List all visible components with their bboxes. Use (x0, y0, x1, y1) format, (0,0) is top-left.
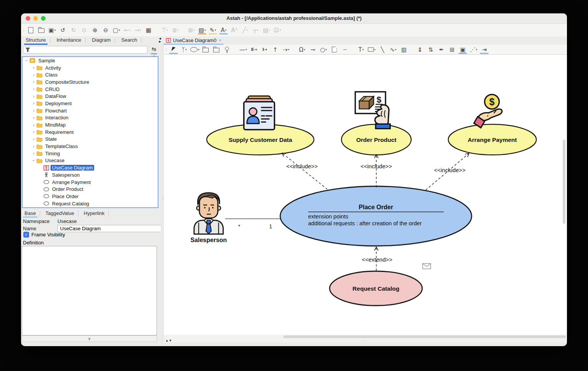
redo-button[interactable]: ↻ (68, 26, 79, 34)
dropdown-caret-icon[interactable]: ▾ (304, 48, 305, 51)
snap-tool[interactable]: ⇥ (479, 46, 490, 54)
tree-item[interactable]: › P Arrange Payment (23, 179, 158, 186)
dropdown-caret-icon[interactable]: ▾ (193, 29, 195, 32)
tree-item[interactable]: › P TemplateClass (23, 143, 158, 150)
emoticon-button[interactable]: ☺ ▾ (272, 26, 283, 34)
frame-visibility-checkbox[interactable]: ✓ (23, 232, 29, 238)
tree-expander-icon[interactable]: › (31, 137, 36, 142)
extend-relation-request-catalog[interactable]: <<extend>> (362, 247, 392, 271)
line-color-button[interactable]: ✎ ▾ (207, 26, 218, 34)
frame-tool[interactable]: ▣ (457, 46, 468, 54)
image-tool[interactable]: ▥ (399, 46, 409, 54)
dropdown-caret-icon[interactable]: ▾ (198, 48, 199, 51)
tree-item[interactable]: › P CRUD (23, 86, 158, 93)
payment-hand-icon[interactable]: $ (474, 94, 502, 128)
tree-expander-icon[interactable]: › (31, 115, 36, 120)
fit-height-tool[interactable]: ↨ (415, 46, 425, 54)
tree-expander-icon[interactable]: › (31, 101, 36, 106)
dropdown-caret-icon[interactable]: ▾ (185, 48, 187, 51)
zoom-out-button[interactable]: ⊖ (100, 26, 111, 34)
depth-arrange-button[interactable]: ⊞ ▾ (186, 26, 197, 34)
generalization-tool[interactable]: ↑ (270, 46, 281, 54)
line-style-button[interactable]: ╱ ▾ (240, 26, 250, 34)
tree-item[interactable]: › P Activity (23, 64, 158, 72)
fill-color-button[interactable]: ▨ ▾ (197, 26, 207, 34)
dropdown-caret-icon[interactable]: ▾ (204, 29, 206, 32)
tree-expander-icon[interactable]: › (31, 94, 36, 99)
dropdown-caret-icon[interactable]: ▾ (54, 29, 56, 32)
tree-item[interactable]: › P Salesperson (23, 171, 158, 179)
tree-item[interactable]: › P Timing (23, 150, 158, 157)
usecase-tool[interactable]: ▾ (189, 46, 200, 54)
association-salesperson-place-order[interactable]: * 1 (225, 219, 280, 229)
tree-item[interactable]: › P Interaction (23, 114, 158, 122)
tree-expander-icon[interactable]: › (31, 129, 36, 135)
tree-item[interactable]: › P Sample (23, 57, 158, 64)
dropdown-caret-icon[interactable]: ▾ (167, 29, 168, 32)
left-panel-tab[interactable]: Search (118, 36, 140, 44)
property-tab[interactable]: Hyperlink (81, 210, 107, 217)
dropdown-caret-icon[interactable]: ▾ (288, 48, 289, 51)
hierarchy-button[interactable]: ┬ ▾ (250, 26, 261, 34)
dropdown-caret-icon[interactable]: ▾ (225, 29, 227, 32)
sort-toggle-button[interactable]: ⇆ (150, 46, 158, 54)
constraint-tool[interactable]: ┄ (340, 46, 350, 54)
left-panel-tab[interactable]: Diagram (89, 36, 114, 44)
tree-expander-icon[interactable]: › (31, 72, 36, 78)
omega-shape-tool[interactable]: Ω ▾ (297, 46, 307, 54)
dropdown-caret-icon[interactable]: ▾ (257, 29, 258, 32)
layout-button[interactable]: ▤ ▾ (261, 26, 272, 34)
tree-expander-icon[interactable]: › (31, 79, 36, 85)
filter-input[interactable] (23, 46, 147, 54)
connector-shape-tool[interactable]: ⋰ ▾ (468, 46, 479, 54)
text-tool[interactable]: T ▾ (356, 46, 366, 54)
id-card-icon[interactable] (244, 96, 274, 130)
tree-item[interactable]: › P Order Product (23, 186, 158, 193)
left-panel-tab[interactable]: Inheritance (54, 36, 84, 44)
dropdown-caret-icon[interactable]: ▾ (177, 29, 179, 32)
scroll-updown-icons[interactable]: ▲▼ (165, 339, 172, 342)
actor-tool[interactable]: ᛉ ▾ (179, 46, 189, 54)
tree-item[interactable]: › P Requirement (23, 129, 158, 136)
include-relation-supply[interactable]: <<include>> (282, 153, 327, 189)
diagram-tab[interactable]: UseCase Diagram0 × (163, 36, 224, 44)
left-panel-tab[interactable]: Structure (23, 36, 49, 44)
definition-textarea[interactable] (22, 246, 157, 335)
zoom-in-button[interactable]: ⊕ (90, 26, 100, 34)
import-package-tool[interactable] (211, 46, 222, 54)
include-tool[interactable]: I⇢ (259, 46, 270, 54)
tree-item[interactable]: › P State (23, 136, 158, 143)
distribute-tool[interactable]: ⇅ (425, 46, 436, 54)
tree-expander-icon[interactable]: › (31, 158, 36, 163)
dropdown-caret-icon[interactable]: ▾ (246, 29, 248, 32)
dropdown-caret-icon[interactable]: ▾ (325, 48, 327, 51)
fit-view-button[interactable]: ▢ ▾ (111, 26, 122, 34)
dropdown-caret-icon[interactable]: ▾ (280, 29, 281, 32)
lollipop-tool[interactable]: ⊸ (307, 46, 318, 54)
tree-item[interactable]: › P MindMap (23, 121, 158, 129)
font-size-button[interactable]: Aᴬ (229, 26, 240, 34)
statusbar-dots[interactable]: ··· (361, 338, 367, 343)
property-tab[interactable]: Base (22, 210, 39, 217)
save-button[interactable]: ▣ ▾ (47, 26, 57, 34)
tab-scroll-left-icon[interactable]: ◀ (159, 37, 161, 40)
dropdown-caret-icon[interactable]: ▾ (269, 29, 270, 32)
rect-tool[interactable]: ▾ (366, 46, 377, 54)
panel-collapse-button[interactable]: ∨ (22, 335, 157, 342)
usecase-request-catalog[interactable]: Request Catalog (330, 271, 422, 306)
tree-item[interactable]: › P UseCase Diagram (23, 164, 158, 171)
dropdown-caret-icon[interactable]: ▾ (362, 48, 364, 51)
tree-item[interactable]: › P Usecase (23, 157, 158, 164)
tab-scroll-right-icon[interactable]: ▶ (159, 40, 161, 43)
property-tab[interactable]: TaggedValue (43, 210, 77, 217)
dropdown-caret-icon[interactable]: ▾ (245, 48, 247, 51)
tree-item[interactable]: › P Request Catalog (23, 200, 158, 207)
panel-splitter[interactable]: ⋮ (161, 45, 164, 342)
include-relation-arrange[interactable]: <<include>> (426, 153, 469, 190)
diagram-canvas[interactable]: Supply Customer Data Order Product Arran… (164, 55, 567, 335)
zoom-tool-button[interactable]: ⊙ (79, 26, 90, 34)
pushpin-tool[interactable]: ✒ (436, 46, 447, 54)
usecase-place-order[interactable]: Place Order extension points additional … (280, 186, 472, 246)
dropdown-caret-icon[interactable]: ▾ (395, 48, 397, 51)
back-button[interactable]: ← ▾ (122, 26, 132, 34)
